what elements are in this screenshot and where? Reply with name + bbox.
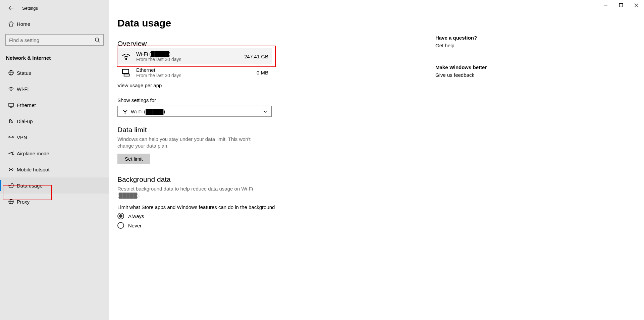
sidebar-item-data-usage[interactable]: Data usage — [0, 177, 109, 194]
overview-row-wifi[interactable]: Wi-Fi (█████) From the last 30 days 247.… — [117, 48, 272, 64]
airplane-icon — [6, 150, 16, 156]
overview-sub: From the last 30 days — [136, 57, 244, 62]
sidebar-item-wifi[interactable]: Wi-Fi — [0, 81, 109, 97]
overview-amount: 0 MB — [257, 70, 268, 75]
background-data-heading: Background data — [117, 175, 392, 183]
svg-point-5 — [95, 38, 99, 41]
background-data-desc: Restrict background data to help reduce … — [117, 185, 265, 199]
give-feedback-link[interactable]: Give us feedback — [435, 72, 536, 78]
make-windows-better-heading: Make Windows better — [435, 64, 536, 70]
sidebar-item-label: Proxy — [17, 199, 30, 205]
window-title: Settings — [22, 6, 38, 11]
sidebar-item-label: VPN — [17, 135, 27, 140]
window-maximize-button[interactable] — [613, 0, 629, 10]
main-content: Data usage Overview Wi-Fi (█████) From t… — [117, 17, 392, 229]
search-input[interactable] — [9, 37, 95, 43]
overview-sub: From the last 30 days — [136, 73, 257, 78]
svg-rect-1 — [619, 3, 623, 7]
overview-name: Ethernet — [136, 67, 257, 73]
window-minimize-button[interactable] — [598, 0, 613, 10]
help-panel: Have a question? Get help Make Windows b… — [435, 35, 536, 78]
data-limit-desc: Windows can help you stay under your dat… — [117, 136, 265, 150]
sidebar-item-hotspot[interactable]: Mobile hotspot — [0, 161, 109, 177]
sidebar-item-label: Status — [17, 70, 31, 76]
sidebar-home-label: Home — [17, 21, 30, 27]
wifi-icon — [121, 108, 129, 114]
show-settings-combobox[interactable]: Wi-Fi (█████) — [117, 106, 272, 117]
ethernet-icon — [120, 66, 132, 78]
sidebar-item-label: Ethernet — [17, 102, 36, 108]
svg-point-14 — [9, 122, 10, 123]
sidebar-item-proxy[interactable]: Proxy — [0, 194, 109, 210]
hotspot-icon — [6, 166, 16, 172]
show-settings-label: Show settings for — [117, 97, 392, 103]
overview-row-ethernet[interactable]: Ethernet From the last 30 days 0 MB — [117, 64, 272, 81]
wifi-icon — [6, 86, 16, 92]
page-title: Data usage — [117, 17, 392, 29]
get-help-link[interactable]: Get help — [435, 43, 536, 48]
sidebar-category: Network & Internet — [6, 55, 109, 61]
window-close-button[interactable] — [629, 0, 644, 10]
sidebar-item-label: Mobile hotspot — [17, 167, 50, 172]
radio-icon — [117, 213, 124, 219]
have-a-question-heading: Have a question? — [435, 35, 536, 41]
overview-name: Wi-Fi (█████) — [136, 51, 244, 57]
radio-icon — [117, 222, 124, 229]
sidebar-item-label: Wi-Fi — [17, 86, 29, 92]
svg-point-22 — [125, 58, 126, 59]
bg-radio-always[interactable]: Always — [117, 213, 392, 219]
sidebar-item-label: Data usage — [17, 183, 43, 189]
sidebar-item-ethernet[interactable]: Ethernet — [0, 97, 109, 113]
search-icon — [95, 37, 100, 43]
ethernet-icon — [6, 102, 16, 108]
settings-sidebar: Settings Home Network & Internet Status … — [0, 0, 109, 320]
wifi-icon — [120, 50, 132, 62]
background-limit-label: Limit what Store apps and Windows featur… — [117, 204, 392, 210]
svg-line-6 — [98, 41, 100, 42]
globe-icon — [6, 70, 16, 76]
proxy-icon — [6, 199, 16, 205]
combobox-value: Wi-Fi (█████) — [131, 109, 263, 114]
vpn-icon — [6, 134, 16, 140]
data-usage-icon — [6, 182, 16, 189]
svg-rect-23 — [122, 69, 129, 73]
sidebar-home[interactable]: Home — [0, 16, 109, 32]
svg-point-10 — [11, 90, 11, 91]
back-button[interactable] — [6, 3, 16, 13]
sidebar-item-status[interactable]: Status — [0, 65, 109, 81]
svg-rect-11 — [9, 103, 13, 106]
svg-point-16 — [12, 137, 13, 138]
home-icon — [6, 21, 16, 27]
svg-point-18 — [11, 169, 12, 170]
set-limit-button[interactable]: Set limit — [117, 154, 150, 164]
sidebar-item-airplane[interactable]: Airplane mode — [0, 145, 109, 161]
sidebar-item-label: Dial-up — [17, 118, 33, 124]
overview-amount: 247.41 GB — [244, 54, 268, 59]
chevron-down-icon — [263, 109, 268, 114]
sidebar-item-dialup[interactable]: Dial-up — [0, 113, 109, 129]
data-limit-heading: Data limit — [117, 126, 392, 134]
sidebar-item-label: Airplane mode — [17, 151, 49, 156]
svg-point-15 — [9, 137, 10, 138]
bg-radio-never[interactable]: Never — [117, 222, 392, 229]
view-usage-per-app-link[interactable]: View usage per app — [117, 83, 162, 88]
svg-rect-24 — [124, 74, 129, 76]
svg-point-25 — [125, 113, 125, 113]
radio-label: Never — [128, 223, 142, 228]
overview-heading: Overview — [117, 40, 392, 48]
settings-search[interactable] — [5, 34, 104, 46]
dialup-icon — [6, 118, 16, 124]
sidebar-item-vpn[interactable]: VPN — [0, 129, 109, 145]
radio-label: Always — [128, 213, 144, 219]
